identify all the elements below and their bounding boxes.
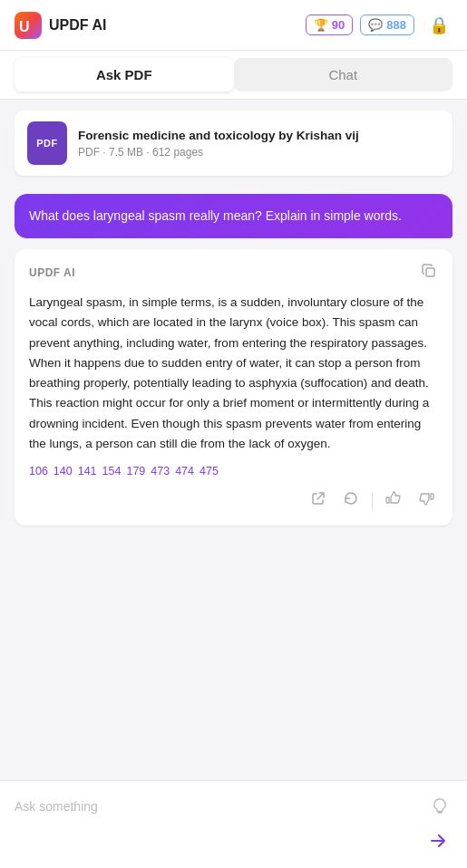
- page-ref-button[interactable]: 474: [175, 465, 194, 477]
- action-divider: [372, 493, 373, 509]
- pdf-title: Forensic medicine and toxicology by Kris…: [78, 128, 440, 144]
- ai-response-card: UPDF AI Laryngeal spasm, in simple terms…: [15, 249, 452, 526]
- tab-chat[interactable]: Chat: [234, 58, 453, 92]
- page-ref-button[interactable]: 473: [151, 465, 170, 477]
- svg-text:U: U: [19, 19, 30, 34]
- badges-area: 🏆 90 💬 888: [306, 14, 414, 35]
- copy-icon: [422, 264, 436, 278]
- page-refs: 106140141154179473474475: [29, 465, 438, 477]
- refresh-button[interactable]: [339, 488, 363, 513]
- badge-blue-value: 888: [386, 18, 406, 32]
- pdf-meta: PDF · 7.5 MB · 612 pages: [78, 146, 440, 159]
- send-button[interactable]: [423, 826, 452, 855]
- badge-blue: 💬 888: [360, 14, 414, 35]
- page-ref-button[interactable]: 154: [102, 465, 122, 477]
- trophy-icon: 🏆: [314, 18, 328, 32]
- lock-button[interactable]: 🔒: [425, 12, 452, 39]
- chat-area: What does laryngeal spasm really mean? E…: [0, 187, 467, 780]
- page-ref-button[interactable]: 106: [29, 465, 48, 477]
- app-header: U UPDF AI 🏆 90 💬 888 🔒: [0, 0, 467, 51]
- user-message-text: What does laryngeal spasm really mean? E…: [29, 208, 402, 223]
- page-ref-button[interactable]: 141: [78, 465, 97, 477]
- badge-purple: 🏆 90: [306, 14, 353, 35]
- send-icon: [427, 830, 449, 852]
- thumbs-down-icon: [418, 490, 434, 506]
- app-title: UPDF AI: [49, 17, 106, 34]
- bulb-button[interactable]: [427, 794, 452, 819]
- chat-input[interactable]: [15, 799, 420, 814]
- pdf-author: by Krishan vij: [278, 129, 359, 142]
- thumbs-up-icon: [385, 490, 402, 506]
- badge-purple-value: 90: [332, 18, 345, 32]
- svg-rect-2: [426, 268, 434, 276]
- thumbs-up-button[interactable]: [382, 488, 405, 513]
- logo-area: U UPDF AI: [15, 12, 306, 39]
- bulb-icon: [431, 797, 449, 815]
- user-message: What does laryngeal spasm really mean? E…: [15, 194, 452, 238]
- external-link-button[interactable]: [306, 488, 330, 513]
- pdf-card: PDF Forensic medicine and toxicology by …: [15, 111, 452, 176]
- input-bottom-row: [15, 826, 452, 855]
- pdf-icon: PDF: [27, 121, 67, 165]
- pdf-title-text: Forensic medicine and toxicology: [78, 129, 276, 142]
- chat-bubble-icon: 💬: [368, 18, 383, 32]
- ai-label: UPDF AI: [29, 266, 75, 279]
- copy-button[interactable]: [420, 262, 438, 284]
- refresh-icon: [343, 490, 359, 506]
- page-ref-button[interactable]: 475: [199, 465, 219, 477]
- external-link-icon: [310, 490, 326, 506]
- pdf-info: Forensic medicine and toxicology by Kris…: [78, 128, 440, 159]
- tab-bar: Ask PDF Chat: [0, 51, 467, 100]
- page-ref-button[interactable]: 140: [54, 465, 73, 477]
- ai-action-row: [29, 488, 438, 513]
- thumbs-down-button[interactable]: [414, 488, 438, 513]
- tab-ask-pdf[interactable]: Ask PDF: [15, 58, 234, 92]
- page-ref-button[interactable]: 179: [126, 465, 145, 477]
- updf-logo-icon: U: [15, 12, 42, 39]
- pdf-icon-text: PDF: [36, 138, 58, 149]
- input-row: [15, 794, 452, 819]
- input-area: [0, 780, 467, 868]
- ai-response-text: Laryngeal spasm, in simple terms, is a s…: [29, 293, 438, 454]
- ai-label-row: UPDF AI: [29, 262, 438, 284]
